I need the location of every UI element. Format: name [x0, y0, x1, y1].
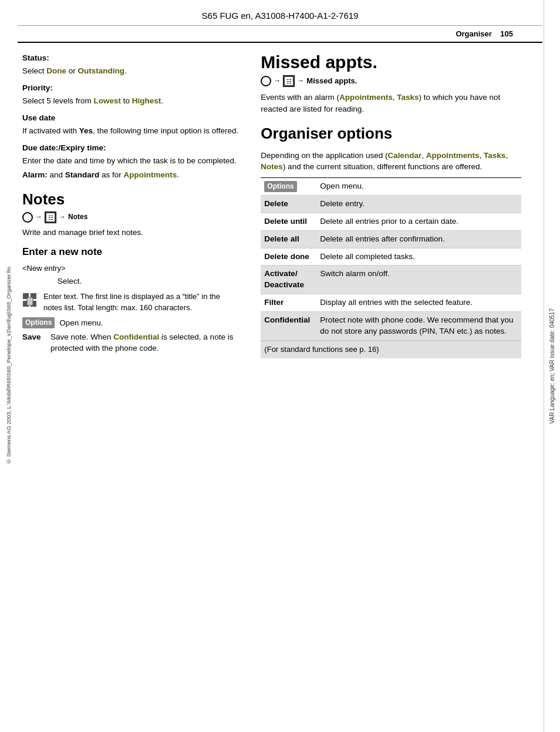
table-key: Activate/ Deactivate: [261, 266, 316, 294]
use-date-label: Use date: [22, 112, 239, 124]
table-key: Filter: [261, 294, 316, 312]
circle-icon: [22, 212, 33, 223]
table-value: Delete all entries prior to a certain da…: [316, 213, 521, 230]
arrow-r-2: →: [297, 76, 304, 86]
svg-text:☷: ☷: [48, 214, 53, 221]
table-key: Delete done: [261, 248, 316, 266]
priority-label: Priority:: [22, 82, 239, 94]
left-column: Status: Select Done or Outstanding. Prio…: [18, 43, 251, 368]
options-table: OptionsOpen menu.DeleteDelete entry.Dele…: [261, 177, 521, 341]
table-row: OptionsOpen menu.: [261, 177, 521, 195]
options-row: Options Open menu.: [22, 317, 239, 329]
nav-icon-1: ☷: [45, 211, 56, 223]
priority-text: Select 5 levels from Lowest to Highest.: [22, 95, 239, 107]
options-badge: Options: [22, 317, 55, 328]
table-row: Delete untilDelete all entries prior to …: [261, 213, 521, 230]
arrow-icon-1: →: [35, 212, 42, 222]
enter-text-desc: Enter text. The first line is displayed …: [43, 291, 239, 314]
table-row: Delete allDelete all entries after confi…: [261, 230, 521, 248]
use-date-text: If activated with Yes, the following tim…: [22, 125, 239, 137]
table-value: Protect note with phone code. We recomme…: [316, 312, 521, 341]
options-badge: Options: [264, 181, 296, 192]
organiser-desc: Depending on the application used (Calen…: [261, 150, 521, 173]
status-text: Select Done or Outstanding.: [22, 65, 239, 77]
table-value: Open menu.: [316, 177, 521, 195]
grid-icon: [22, 293, 38, 311]
status-label: Status:: [22, 52, 239, 64]
select-row: Select.: [58, 276, 239, 287]
page-number: 105: [500, 29, 513, 38]
save-label: Save: [22, 331, 46, 343]
main-content: Status: Select Done or Outstanding. Prio…: [0, 43, 544, 368]
svg-text:☷: ☷: [286, 78, 292, 85]
table-key: Delete all: [261, 230, 316, 248]
circle-icon-r: [261, 76, 271, 86]
table-key: Confidential: [261, 312, 316, 341]
right-column: Missed appts. → ☷ → Missed appts. Events…: [251, 43, 526, 368]
alarm-text: Alarm: and Standard as for Appointments.: [22, 169, 239, 181]
table-value: Delete all completed tasks.: [316, 248, 521, 266]
missed-nav-label: Missed appts.: [306, 76, 357, 87]
options-desc: Open menu.: [59, 317, 103, 329]
table-row: Delete doneDelete all completed tasks.: [261, 248, 521, 266]
missed-title: Missed appts.: [261, 52, 521, 72]
due-date-text: Enter the date and time by which the tas…: [22, 155, 239, 167]
table-row: DeleteDelete entry.: [261, 195, 521, 213]
missed-nav: → ☷ → Missed appts.: [261, 75, 521, 87]
missed-desc: Events with an alarm (Appointments, Task…: [261, 92, 521, 115]
grid-text-row: Enter text. The first line is displayed …: [22, 291, 239, 314]
sidebar-label: VAR Language: en; VAR issue date: 040517: [544, 0, 560, 732]
table-row: Activate/ DeactivateSwitch alarm on/off.: [261, 266, 521, 294]
save-desc: Save note. When Confidential is selected…: [50, 331, 239, 354]
table-key: Delete until: [261, 213, 316, 230]
notes-desc: Write and manage brief text notes.: [22, 227, 239, 239]
notes-title: Notes: [22, 191, 239, 208]
organiser-options-title: Organiser options: [261, 123, 521, 145]
table-value: Switch alarm on/off.: [316, 266, 521, 294]
select-text: Select.: [58, 276, 82, 287]
svg-rect-6: [27, 297, 33, 305]
notes-nav-label: Notes: [68, 212, 87, 222]
left-margin-label: © Siemens AG 2003, L:\Mobil\R65\S65_Pene…: [0, 0, 16, 732]
page-number-row: Organiser 105: [18, 26, 542, 43]
save-row: Save Save note. When Confidential is sel…: [22, 331, 239, 354]
footer-note: (For standard functions see p. 16): [261, 341, 521, 358]
arrow-icon-2: →: [59, 212, 66, 222]
table-value: Delete all entries after confirmation.: [316, 230, 521, 248]
table-row: ConfidentialProtect note with phone code…: [261, 312, 521, 341]
table-value: Delete entry.: [316, 195, 521, 213]
table-row: FilterDisplay all entries with the selec…: [261, 294, 521, 312]
page-header: S65 FUG en, A31008-H7400-A1-2-7619: [18, 0, 542, 26]
new-entry-tag: <New entry>: [22, 263, 239, 274]
notes-nav: → ☷ → Notes: [22, 211, 239, 223]
due-date-label: Due date:/Expiry time:: [22, 142, 239, 154]
section-label: Organiser: [456, 29, 491, 38]
table-key: Options: [261, 177, 316, 195]
table-key: Delete: [261, 195, 316, 213]
table-value: Display all entries with the selected fe…: [316, 294, 521, 312]
nav-icon-r: ☷: [283, 75, 295, 87]
arrow-r-1: →: [274, 76, 281, 86]
enter-note-title: Enter a new note: [22, 245, 239, 260]
